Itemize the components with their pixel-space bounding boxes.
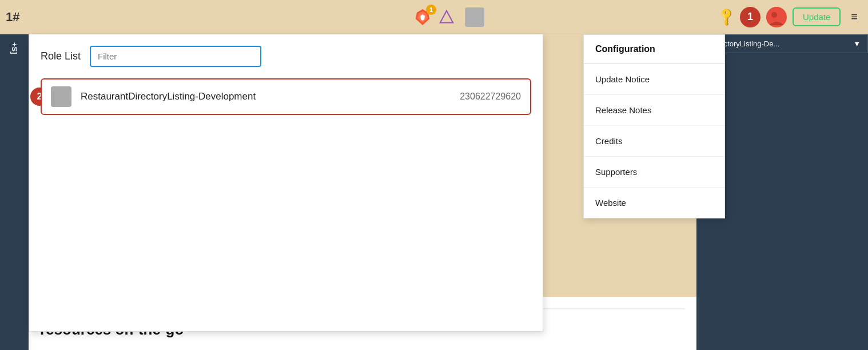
config-menu-item-credits[interactable]: Credits	[584, 126, 724, 157]
config-menu-item-release-notes[interactable]: Release Notes	[584, 95, 724, 126]
app-title: 1#	[6, 10, 19, 25]
role-header: Role List	[41, 46, 531, 67]
chevron-down-icon: ▼	[853, 39, 861, 48]
hamburger-button[interactable]: ≡	[846, 8, 862, 26]
role-list-item[interactable]: RestaurantDirectoryListing-Development 2…	[41, 78, 531, 115]
role-item-wrapper: 2 RestaurantDirectoryListing-Development…	[41, 78, 531, 115]
brave-count-badge: 1	[426, 5, 436, 15]
avatar-icon	[766, 7, 787, 27]
topbar-right: 🔑 1 Update ≡	[719, 7, 862, 27]
filter-input[interactable]	[90, 46, 261, 67]
main-area: +S] Role List 2 RestaurantDirectoryListi…	[0, 34, 868, 350]
svg-point-5	[771, 12, 777, 18]
config-menu-item-supporters[interactable]: Supporters	[584, 157, 724, 188]
square-icon[interactable]	[465, 7, 484, 27]
left-sidebar: +S]	[0, 34, 29, 350]
svg-marker-3	[440, 10, 453, 22]
role-item-icon	[51, 86, 71, 107]
role-item-id: 230622729620	[460, 92, 521, 102]
role-list-label: Role List	[41, 50, 81, 62]
avatar[interactable]	[766, 7, 787, 27]
topbar: 1# 1 🔑 1	[0, 0, 868, 34]
left-strip-button[interactable]: +S]	[9, 40, 20, 57]
config-menu-header: Configuration	[584, 35, 724, 64]
config-menu-item-update-notice[interactable]: Update Notice	[584, 64, 724, 95]
role-list-panel: Role List 2 RestaurantDirectoryListing-D…	[29, 34, 543, 332]
topbar-center: 1	[413, 8, 455, 26]
config-menu-item-website[interactable]: Website	[584, 188, 724, 218]
brave-icon-container[interactable]: 1	[413, 8, 432, 26]
key-icon[interactable]: 🔑	[716, 6, 737, 27]
num1-badge[interactable]: 1	[740, 7, 761, 27]
update-button[interactable]: Update	[793, 7, 841, 26]
tusk-icon[interactable]	[439, 9, 455, 25]
role-item-name: RestaurantDirectoryListing-Development	[81, 91, 451, 102]
config-menu: Configuration Update Notice Release Note…	[583, 34, 725, 218]
